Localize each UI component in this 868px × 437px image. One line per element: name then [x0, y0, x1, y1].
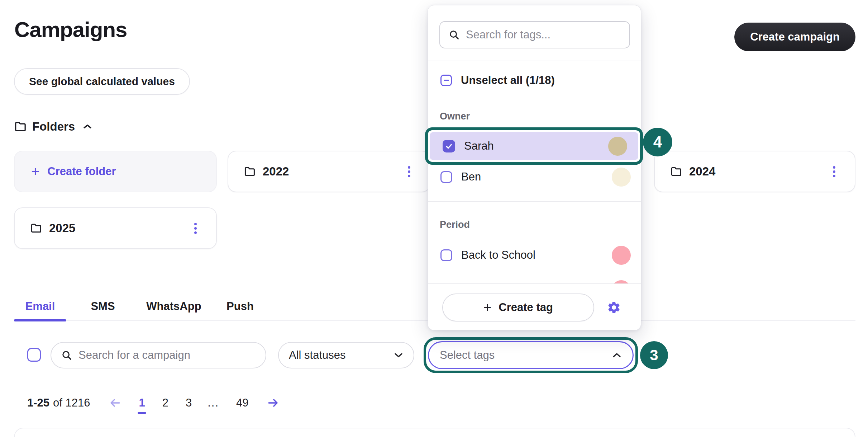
folder-card-2024[interactable]: 2024 [654, 151, 855, 192]
unchecked-checkbox-icon [440, 171, 452, 183]
tags-dropdown-popup: Search for tags... Unselect all (1/18) O… [428, 5, 641, 330]
pagination-total: of 1216 [53, 396, 90, 409]
gear-icon [607, 300, 621, 315]
tag-color-swatch [612, 246, 631, 265]
create-tag-label: Create tag [499, 301, 553, 314]
create-folder-label: Create folder [47, 165, 116, 178]
select-tags-annotation-ring: Select tags [424, 337, 638, 373]
select-all-checkbox[interactable] [27, 348, 41, 362]
plus-icon: + [31, 164, 39, 179]
popup-divider [428, 201, 641, 202]
campaign-search-placeholder: Search for a campaign [78, 349, 190, 362]
tag-label: Back to School [461, 249, 535, 262]
create-campaign-label: Create campaign [750, 30, 840, 43]
tag-option-back-to-school[interactable]: Back to School [428, 244, 641, 266]
plus-icon: + [483, 301, 491, 314]
tab-push[interactable]: Push [220, 295, 260, 326]
folder-card-2025[interactable]: 2025 [14, 207, 217, 249]
page-title: Campaigns [14, 17, 127, 42]
page-number-3[interactable]: 3 [186, 396, 192, 409]
tags-filter-dropdown[interactable]: Select tags [428, 341, 634, 369]
chevron-up-icon [612, 352, 622, 358]
global-values-button[interactable]: See global calculated values [14, 68, 190, 95]
folder-icon [671, 166, 682, 177]
folder-icon [14, 121, 27, 132]
global-values-label: See global calculated values [29, 75, 175, 88]
tag-color-swatch [612, 168, 631, 187]
tag-color-swatch [612, 280, 631, 284]
pagination-ellipsis: ... [208, 396, 219, 409]
folder-menu-button[interactable] [191, 219, 200, 238]
unchecked-checkbox-icon [440, 249, 452, 261]
sarah-annotation-ring: Sarah [425, 127, 643, 165]
folder-menu-button[interactable] [404, 163, 414, 181]
status-filter-dropdown[interactable]: All statuses [278, 342, 414, 368]
tag-settings-button[interactable] [604, 298, 624, 317]
search-icon [61, 350, 72, 361]
tag-option-partial [428, 275, 641, 283]
indeterminate-checkbox-icon [440, 75, 452, 86]
tab-sms[interactable]: SMS [78, 295, 127, 326]
next-page-arrow[interactable] [267, 398, 280, 408]
tab-whatsapp[interactable]: WhatsApp [138, 295, 210, 326]
search-icon [449, 29, 459, 40]
create-campaign-button[interactable]: Create campaign [734, 23, 855, 51]
tags-filter-value: Select tags [440, 349, 495, 362]
unselect-all-row[interactable]: Unselect all (1/18) [440, 74, 555, 87]
page-number-2[interactable]: 2 [162, 396, 168, 409]
popup-divider [428, 61, 641, 61]
folder-menu-button[interactable] [829, 163, 839, 181]
folder-name: 2024 [689, 165, 715, 178]
folder-icon [30, 223, 42, 233]
folder-name: 2025 [49, 221, 75, 235]
chevron-up-icon [83, 124, 92, 130]
pagination-range: 1-25 [27, 396, 49, 409]
tag-label: Ben [461, 170, 481, 183]
folders-section-toggle[interactable]: Folders [14, 120, 92, 133]
create-folder-card[interactable]: + Create folder [14, 151, 217, 192]
annotation-step-4-badge: 4 [643, 128, 672, 156]
status-filter-value: All statuses [289, 349, 346, 362]
tag-group-label-owner: Owner [440, 111, 470, 122]
folder-name: 2022 [263, 165, 289, 178]
create-tag-button[interactable]: + Create tag [442, 293, 594, 321]
campaign-search-input[interactable]: Search for a campaign [51, 342, 266, 368]
page-number-49[interactable]: 49 [236, 396, 248, 409]
unselect-all-label: Unselect all (1/18) [461, 74, 555, 87]
previous-page-arrow[interactable] [109, 398, 121, 408]
popup-footer: + Create tag [428, 283, 641, 330]
chevron-down-icon [394, 352, 404, 358]
folder-icon [244, 166, 256, 177]
tag-search-placeholder: Search for tags... [466, 28, 550, 41]
folder-card-2022[interactable]: 2022 [228, 151, 430, 192]
tag-color-swatch [608, 137, 627, 156]
tag-option-ben[interactable]: Ben [428, 166, 641, 188]
folders-section-label: Folders [32, 120, 75, 133]
page-number-1[interactable]: 1 [139, 396, 145, 409]
tag-search-input[interactable]: Search for tags... [439, 21, 630, 48]
checked-checkbox-icon [443, 140, 455, 152]
tag-option-sarah[interactable]: Sarah [430, 132, 638, 160]
campaign-list-card [14, 428, 855, 437]
annotation-step-3-badge: 3 [640, 341, 668, 369]
tag-label: Sarah [464, 140, 494, 152]
pagination: 1-25 of 1216 1 2 3 ... 49 [27, 396, 280, 409]
active-tab-indicator [14, 319, 66, 321]
tag-group-label-period: Period [440, 219, 470, 230]
